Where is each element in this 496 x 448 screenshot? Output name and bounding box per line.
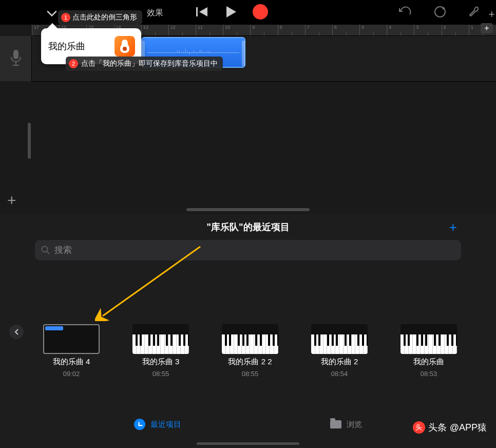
svg-rect-4 [13, 50, 18, 59]
ruler-tick: 2 [442, 25, 469, 35]
project-name: 我的乐曲 3 [142, 357, 180, 367]
project-thumbnail [132, 324, 189, 354]
settings-button[interactable] [468, 5, 481, 21]
add-track-button[interactable]: + [7, 192, 16, 209]
svg-point-7 [123, 47, 127, 51]
play-button[interactable] [225, 5, 237, 18]
loop-icon [433, 5, 447, 18]
search-input[interactable] [54, 245, 455, 255]
undo-icon [398, 6, 412, 17]
tutorial-tooltip-2: 2 点击「我的乐曲」即可保存到库音乐项目中 [66, 57, 223, 71]
watermark-handle: @APP猿 [450, 421, 487, 434]
ruler-tick: 5 [359, 25, 387, 35]
play-icon [225, 5, 237, 18]
svg-point-8 [42, 247, 48, 252]
wrench-icon [468, 5, 481, 18]
microphone-icon [9, 49, 23, 68]
project-time: 08:54 [331, 370, 348, 378]
project-thumbnail [222, 324, 278, 354]
project-item[interactable]: 我的乐曲 3 08:55 [132, 324, 189, 378]
editor-panel: 效果 + [0, 0, 496, 214]
project-name: 我的乐曲 2 [321, 357, 358, 367]
svg-line-9 [47, 251, 49, 254]
watermark-logo: 头 [413, 421, 425, 434]
search-icon [41, 246, 50, 255]
ruler-tick: 9 [250, 25, 277, 35]
project-time: 08:55 [242, 370, 259, 378]
track-header[interactable] [0, 36, 32, 81]
project-thumbnail [311, 324, 368, 354]
tab-browse[interactable]: 浏览 [330, 420, 362, 430]
toolbar-right [398, 5, 481, 21]
record-button[interactable] [253, 4, 268, 20]
ruler-tick: 12 [168, 25, 196, 35]
search-box[interactable] [35, 240, 461, 260]
chevron-down-icon [46, 10, 58, 17]
project-time: 09:02 [63, 370, 80, 378]
scroll-handle[interactable] [28, 123, 31, 159]
project-item[interactable]: 我的乐曲 08:53 [400, 324, 457, 378]
tab-browse-label: 浏览 [347, 420, 362, 430]
horizontal-scrollbar[interactable] [186, 208, 310, 211]
effects-label[interactable]: 效果 [147, 8, 163, 18]
project-thumbnail [43, 324, 100, 354]
rewind-icon [195, 6, 209, 18]
project-thumbnail [400, 324, 457, 354]
ruler-add-button[interactable]: + [481, 23, 493, 33]
library-scrollbar[interactable] [197, 442, 299, 445]
tab-recent[interactable]: 最近项目 [134, 419, 181, 430]
watermark: 头 头条 @APP猿 [413, 421, 487, 434]
undo-button[interactable] [398, 6, 412, 20]
transport-controls [195, 4, 283, 20]
project-item[interactable]: 我的乐曲 2 08:54 [311, 324, 368, 378]
watermark-brand: 头条 [428, 421, 447, 434]
ruler-tick: 11 [196, 25, 223, 35]
folder-icon [330, 420, 341, 428]
ruler-tick: 13 [141, 25, 168, 35]
project-item[interactable]: 我的乐曲 2 2 08:55 [222, 324, 278, 378]
clock-icon [134, 419, 145, 430]
tutorial-tooltip-1: 1 点击此处的倒三角形 [58, 10, 142, 25]
project-item[interactable]: 我的乐曲 4 09:02 [43, 324, 100, 378]
ruler-tick: 6 [332, 25, 359, 35]
ruler-tick: 3 [414, 25, 441, 35]
library-header: "库乐队"的最近项目 + [0, 214, 496, 240]
tab-recent-label: 最近项目 [150, 420, 181, 430]
library-title: "库乐队"的最近项目 [206, 221, 289, 233]
tooltip-text-1: 点击此处的倒三角形 [72, 13, 137, 22]
ruler-tick: 10 [223, 25, 250, 35]
loop-button[interactable] [433, 5, 447, 21]
waveform [147, 52, 239, 53]
project-time: 08:55 [152, 370, 169, 378]
add-button-toolbar[interactable]: + [488, 8, 495, 21]
svg-rect-0 [196, 7, 198, 16]
garageband-icon [115, 36, 135, 57]
song-dropdown-button[interactable] [44, 8, 60, 19]
project-grid: 我的乐曲 4 09:02 我的乐曲 3 08:55 我的乐曲 2 2 08:55… [0, 260, 496, 378]
library-panel: "库乐队"的最近项目 + 我的乐曲 4 09:02 我的乐曲 3 08:55 我… [0, 214, 496, 448]
ruler-tick: 8 [278, 25, 305, 35]
rewind-button[interactable] [195, 6, 209, 18]
tooltip-text-2: 点击「我的乐曲」即可保存到库音乐项目中 [81, 59, 218, 68]
popover-title: 我的乐曲 [48, 40, 85, 52]
project-time: 08:53 [421, 370, 437, 378]
new-project-button[interactable]: + [449, 219, 457, 235]
ruler-tick: 4 [387, 25, 414, 35]
tooltip-badge-2: 2 [69, 59, 78, 68]
project-name: 我的乐曲 4 [53, 357, 90, 367]
ruler-tick: 7 [305, 25, 332, 35]
tooltip-badge-1: 1 [61, 13, 70, 22]
project-name: 我的乐曲 [413, 357, 444, 367]
empty-tracks-area [32, 81, 496, 210]
project-name: 我的乐曲 2 2 [228, 357, 272, 367]
